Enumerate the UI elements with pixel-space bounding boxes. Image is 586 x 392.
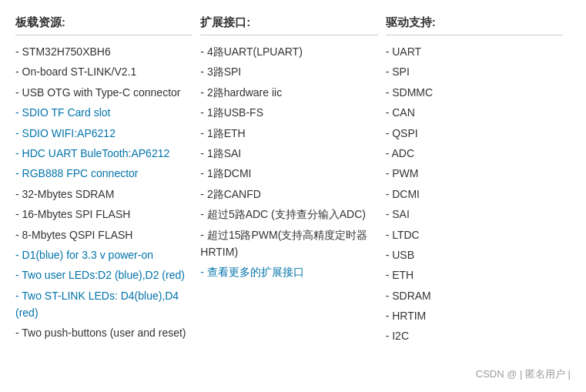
list-item: - 1路ETH <box>200 125 377 142</box>
column-col1: 板载资源:- STM32H750XBH6- On-board ST-LINK/V… <box>15 15 200 348</box>
list-item: - 超过15路PWM(支持高精度定时器HRTIM) <box>200 226 377 261</box>
column-col2: 扩展接口:- 4路UART(LPUART)- 3路SPI- 2路hardware… <box>200 15 385 348</box>
list-item: - D1(blue) for 3.3 v power-on <box>15 246 193 263</box>
list-item: - 2路CANFD <box>200 186 377 203</box>
list-item: - On-board ST-LINK/V2.1 <box>15 63 193 80</box>
list-item: - ADC <box>386 145 563 162</box>
column-title-col3: 驱动支持: <box>386 15 563 35</box>
list-item: - SPI <box>386 63 563 80</box>
column-content-col2: - 4路UART(LPUART)- 3路SPI- 2路hardware iic-… <box>200 43 377 281</box>
list-item: - RGB888 FPC connector <box>15 165 193 182</box>
list-item[interactable]: - 查看更多的扩展接口 <box>200 263 377 280</box>
column-title-col1: 板载资源: <box>15 15 193 35</box>
list-item: - 16-Mbytes SPI FLASH <box>15 206 193 223</box>
list-item: - I2C <box>386 327 563 344</box>
list-item: - SDIO WIFI:AP6212 <box>15 125 193 142</box>
list-item: - SDIO TF Card slot <box>15 104 193 121</box>
page-container: 板载资源:- STM32H750XBH6- On-board ST-LINK/V… <box>0 0 586 392</box>
list-item: - 1路SAI <box>200 145 377 162</box>
column-content-col1: - STM32H750XBH6- On-board ST-LINK/V2.1- … <box>15 43 193 342</box>
list-item: - 8-Mbytes QSPI FLASH <box>15 226 193 243</box>
list-item: - HDC UART BuleTooth:AP6212 <box>15 145 193 162</box>
list-item: - PWM <box>386 165 563 182</box>
list-item-link[interactable]: - 查看更多的扩展接口 <box>200 266 304 278</box>
list-item: - 4路UART(LPUART) <box>200 43 377 60</box>
list-item: - Two push-buttons (user and reset) <box>15 324 193 341</box>
list-item: - QSPI <box>386 125 563 142</box>
footer-text: CSDN @ | 匿名用户 | <box>476 367 571 381</box>
list-item: - Two user LEDs:D2 (blue),D2 (red) <box>15 266 193 283</box>
list-item: - SDMMC <box>386 84 563 101</box>
column-title-col2: 扩展接口: <box>200 15 377 35</box>
list-item: - SAI <box>386 206 563 223</box>
list-item: - STM32H750XBH6 <box>15 43 193 60</box>
list-item: - 1路DCMI <box>200 165 377 182</box>
column-col3: 驱动支持:- UART- SPI- SDMMC- CAN- QSPI- ADC-… <box>386 15 571 348</box>
list-item: - 32-Mbytes SDRAM <box>15 186 193 203</box>
list-item: - CAN <box>386 104 563 121</box>
list-item: - HRTIM <box>386 307 563 324</box>
list-item: - SDRAM <box>386 287 563 304</box>
list-item: - ETH <box>386 266 563 283</box>
column-content-col3: - UART- SPI- SDMMC- CAN- QSPI- ADC- PWM-… <box>386 43 563 345</box>
list-item: - 2路hardware iic <box>200 84 377 101</box>
list-item: - USB <box>386 246 563 263</box>
list-item: - UART <box>386 43 563 60</box>
list-item: - 超过5路ADC (支持查分输入ADC) <box>200 206 377 223</box>
list-item: - 1路USB-FS <box>200 104 377 121</box>
columns-wrapper: 板载资源:- STM32H750XBH6- On-board ST-LINK/V… <box>15 15 571 348</box>
list-item: - LTDC <box>386 226 563 243</box>
list-item: - USB OTG with Type-C connector <box>15 84 193 101</box>
list-item: - Two ST-LINK LEDs: D4(blue),D4 (red) <box>15 287 193 322</box>
list-item: - 3路SPI <box>200 63 377 80</box>
list-item: - DCMI <box>386 186 563 203</box>
